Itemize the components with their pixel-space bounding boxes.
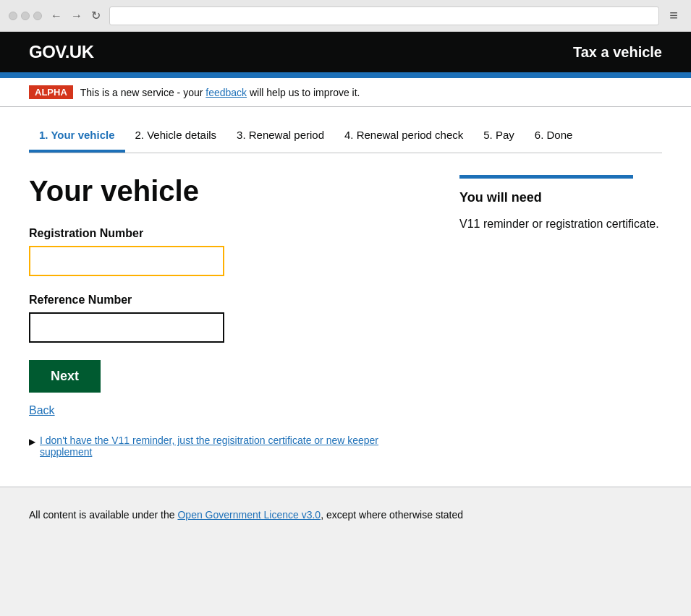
content-grid: Your vehicle Registration Number Referen… <box>29 175 662 458</box>
service-name: Tax a vehicle <box>573 44 662 61</box>
menu-button[interactable]: ≡ <box>665 6 682 25</box>
footer-text-before: All content is available under the <box>29 509 177 521</box>
reg-number-group: Registration Number <box>29 227 416 276</box>
step-vehicle-details[interactable]: 2. Vehicle details <box>125 121 227 153</box>
triangle-icon: ▶ <box>29 437 35 447</box>
dot-yellow <box>21 12 30 20</box>
alpha-message: This is a new service - your feedback wi… <box>80 87 360 98</box>
aside-bar <box>459 175 633 179</box>
collapsible-link[interactable]: I don't have the V11 reminder, just the … <box>40 435 416 458</box>
alpha-text-before: This is a new service - your <box>80 87 206 98</box>
step-renewal-period[interactable]: 3. Renewal period <box>226 121 334 153</box>
content-aside: You will need V11 reminder or registrati… <box>459 175 662 458</box>
address-bar[interactable] <box>109 7 659 25</box>
footer-text: All content is available under the Open … <box>29 509 662 521</box>
ref-number-label: Reference Number <box>29 294 416 307</box>
feedback-link[interactable]: feedback <box>205 87 247 98</box>
alpha-banner: ALPHA This is a new service - your feedb… <box>0 78 691 107</box>
back-button[interactable]: ← <box>48 8 65 24</box>
main-content: 1. Your vehicle 2. Vehicle details 3. Re… <box>0 107 691 487</box>
footer-text-after: , except where otherwise stated <box>321 509 463 521</box>
browser-nav: ← → ↻ <box>48 7 103 24</box>
content-main: Your vehicle Registration Number Referen… <box>29 175 416 458</box>
alpha-text-after: will help us to improve it. <box>247 87 360 98</box>
aside-body: V11 reminder or registration certificate… <box>459 215 662 233</box>
licence-link[interactable]: Open Government Licence v3.0 <box>177 509 321 521</box>
aside-heading: You will need <box>459 190 662 205</box>
step-done[interactable]: 6. Done <box>525 121 583 153</box>
step-pay[interactable]: 5. Pay <box>473 121 525 153</box>
next-button[interactable]: Next <box>29 360 101 393</box>
page-heading: Your vehicle <box>29 175 416 207</box>
page-footer: All content is available under the Open … <box>0 487 691 549</box>
alpha-tag: ALPHA <box>29 85 73 99</box>
reg-number-label: Registration Number <box>29 227 416 240</box>
browser-dots <box>9 12 42 20</box>
back-link[interactable]: Back <box>29 404 416 417</box>
dot-green <box>33 12 42 20</box>
browser-chrome: ← → ↻ ≡ <box>0 0 691 32</box>
step-nav: 1. Your vehicle 2. Vehicle details 3. Re… <box>29 121 662 153</box>
reg-number-input[interactable] <box>29 246 224 276</box>
vehicle-form: Registration Number Reference Number Nex… <box>29 227 416 393</box>
step-renewal-period-check[interactable]: 4. Renewal period check <box>334 121 473 153</box>
refresh-button[interactable]: ↻ <box>88 7 103 24</box>
ref-number-input[interactable] <box>29 312 224 343</box>
gov-logo: GOV.UK <box>29 42 93 62</box>
page-wrapper: GOV.UK Tax a vehicle ALPHA This is a new… <box>0 32 691 549</box>
blue-bar <box>0 72 691 78</box>
site-header: GOV.UK Tax a vehicle <box>0 32 691 72</box>
collapsible-section: ▶ I don't have the V11 reminder, just th… <box>29 435 416 458</box>
ref-number-group: Reference Number <box>29 294 416 343</box>
forward-button[interactable]: → <box>68 8 85 24</box>
dot-red <box>9 12 17 20</box>
step-your-vehicle[interactable]: 1. Your vehicle <box>29 121 125 153</box>
